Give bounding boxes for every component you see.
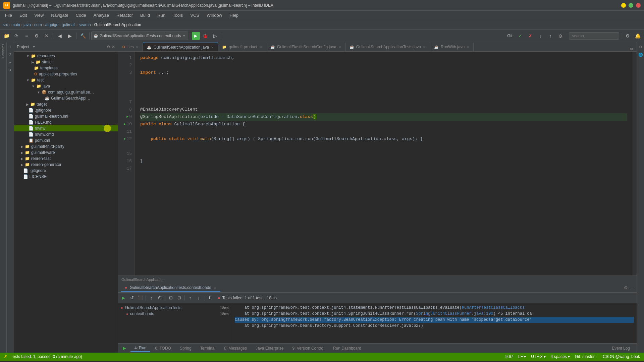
expand-btn[interactable]: ⊞ <box>167 294 174 302</box>
run-tree-context-loads[interactable]: ● contextLoads 18ms <box>118 311 232 317</box>
status-encoding[interactable]: UTF-8 ▾ <box>531 354 545 359</box>
collapse-btn[interactable]: ≡ <box>22 31 31 41</box>
tree-static[interactable]: ▶ 📁 static <box>14 59 118 65</box>
bottom-tab-todo[interactable]: 6: TODO <box>151 345 175 352</box>
bottom-tab-messages[interactable]: 0: Messages <box>220 345 251 352</box>
tree-iml[interactable]: 📄 gulimall-search.iml <box>14 113 118 119</box>
down-btn[interactable]: ↓ <box>195 294 202 302</box>
tab-elastic-config[interactable]: ☕ GulimallElasticSearchConfig.java ✕ <box>266 43 345 51</box>
tree-test-class[interactable]: ☕ GulimallSearchAppl… <box>14 95 118 101</box>
tab-overflow[interactable]: ≫ <box>627 47 637 51</box>
notifications[interactable]: 🔔 <box>633 31 642 41</box>
tree-third-party[interactable]: ▶ 📁 gulimall-third-party <box>14 143 118 149</box>
run-tab-close[interactable]: ✕ <box>214 286 216 290</box>
project-tool-1[interactable]: ⚙ <box>107 45 110 49</box>
tab-main-class[interactable]: ☕ GulimallSearchApplication.java ✕ <box>143 43 218 51</box>
tab-close[interactable]: ✕ <box>136 45 139 49</box>
bottom-tab-java-enterprise[interactable]: Java Enterprise <box>252 345 287 352</box>
menu-file[interactable]: File <box>2 12 15 19</box>
run-again-btn[interactable]: ▶ <box>120 294 127 302</box>
side-icon-1[interactable]: 1 <box>7 44 13 50</box>
tree-resources[interactable]: ▼ 📁 resources <box>14 53 118 59</box>
collapse-btn[interactable]: ⊟ <box>175 294 183 302</box>
breadcrumb-class[interactable]: GulimallSearchApplication <box>94 22 141 27</box>
coverage-btn[interactable]: ▷ <box>211 31 220 41</box>
right-icon-1[interactable]: ⚙ <box>638 44 644 50</box>
menu-tools[interactable]: Tools <box>169 12 186 19</box>
tree-gitignore[interactable]: 📄 .gitignore <box>14 107 118 113</box>
tree-ware[interactable]: ▶ 📁 gulimall-ware <box>14 149 118 156</box>
bottom-tab-version-control[interactable]: 9: Version Control <box>288 345 328 352</box>
menu-analyze[interactable]: Analyze <box>90 12 112 19</box>
forward-btn[interactable]: ▶ <box>65 31 74 41</box>
breadcrumb-gulimall[interactable]: gulimall <box>62 22 75 27</box>
tab-runwith[interactable]: ☕ RunWith.java ✕ <box>430 43 474 51</box>
breadcrumb-atguigu[interactable]: atguigu <box>45 22 58 27</box>
tree-mvnw-cmd[interactable]: 📄 mvnw.cmd <box>14 131 118 137</box>
close-panel-btn[interactable]: ✕ <box>42 31 51 41</box>
rerun-btn[interactable]: ↺ <box>128 294 136 302</box>
bottom-tab-run-dashboard[interactable]: Run Dashboard <box>329 345 365 352</box>
run-icon-sidebar[interactable]: ▶ <box>121 345 128 352</box>
tab-close[interactable]: ✕ <box>259 45 262 49</box>
tab-tests[interactable]: ☕ GulimallSearchApplicationTests.java ✕ <box>345 43 430 51</box>
tree-gitignore-root[interactable]: 📄 .gitignore <box>14 168 118 174</box>
bottom-tab-terminal[interactable]: Terminal <box>196 345 219 352</box>
minimize-button[interactable] <box>621 3 626 8</box>
menu-build[interactable]: Build <box>137 12 153 19</box>
breadcrumb-src[interactable]: src <box>3 22 8 27</box>
menu-help[interactable]: Help <box>226 12 242 19</box>
sort-alpha-btn[interactable]: ↕ <box>148 294 155 302</box>
bookmark-icon[interactable]: ★ <box>7 67 13 73</box>
tree-license[interactable]: 📄 LICENSE <box>14 174 118 180</box>
back-btn[interactable]: ◀ <box>55 31 64 41</box>
menu-refactor[interactable]: Refactor <box>113 12 136 19</box>
menu-navigate[interactable]: Navigate <box>48 12 71 19</box>
project-close[interactable]: ✕ <box>112 45 115 49</box>
run-settings-btn[interactable]: ⚙ <box>624 285 628 290</box>
status-indent[interactable]: 4 spaces ▾ <box>551 354 570 359</box>
tree-renren-generator[interactable]: ▶ 📁 renren-generator <box>14 162 118 168</box>
side-icon-2[interactable]: 2 <box>7 52 13 58</box>
tree-help-md[interactable]: 📄 HELP.md <box>14 119 118 125</box>
settings-btn[interactable]: ⚙ <box>32 31 41 41</box>
tree-test[interactable]: ▼ 📁 test <box>14 77 118 83</box>
run-minimize-btn[interactable]: — <box>630 285 634 290</box>
bottom-tab-event-log[interactable]: Event Log <box>608 345 634 352</box>
settings-gear[interactable]: ⚙ <box>623 31 632 41</box>
run-config-dropdown[interactable]: ☕ GulimallSearchApplicationTests.context… <box>91 32 188 40</box>
sort-dur-btn[interactable]: ⏱ <box>156 294 163 302</box>
git-checkmark[interactable]: ✓ <box>516 31 525 41</box>
git-history[interactable]: ⊙ <box>556 31 565 41</box>
breadcrumb-search[interactable]: search <box>79 22 91 27</box>
tree-renren-fast[interactable]: ▶ 📁 renren-fast <box>14 156 118 162</box>
breadcrumb-com[interactable]: com <box>34 22 42 27</box>
tab-close[interactable]: ✕ <box>467 45 469 49</box>
tab-properties[interactable]: ⚙ ties ✕ <box>118 43 143 51</box>
tree-target[interactable]: ▶ 📁 target <box>14 101 118 107</box>
git-x[interactable]: ✗ <box>526 31 535 41</box>
tab-close[interactable]: ✕ <box>423 45 426 49</box>
tree-application-properties[interactable]: ⚙ application.properties <box>14 71 118 77</box>
bottom-tab-spring[interactable]: Spring <box>176 345 196 352</box>
tab-close[interactable]: ✕ <box>338 45 341 49</box>
run-tab-active[interactable]: ● GulimallSearchApplicationTests.context… <box>121 284 220 292</box>
debug-btn[interactable]: 🐞 <box>201 31 210 41</box>
run-button[interactable]: ▶ <box>192 32 200 40</box>
menu-edit[interactable]: Edit <box>16 12 30 19</box>
export-btn[interactable]: ⬆ <box>206 294 213 302</box>
menu-code[interactable]: Code <box>72 12 90 19</box>
menu-view[interactable]: View <box>31 12 47 19</box>
up-btn[interactable]: ↑ <box>186 294 194 302</box>
menu-vcs[interactable]: VCS <box>187 12 203 19</box>
log-link[interactable]: SpringJUnit4ClassRunner.java:190 <box>416 311 493 316</box>
git-update[interactable]: ↓ <box>536 31 545 41</box>
maximize-button[interactable] <box>629 3 633 8</box>
status-lf[interactable]: LF ▾ <box>518 354 526 359</box>
menu-run[interactable]: Run <box>154 12 169 19</box>
tab-product[interactable]: 📁 gulimall-product ✕ <box>218 43 266 51</box>
breadcrumb-main[interactable]: main <box>11 22 20 27</box>
tree-package[interactable]: ▼ 📦 com.atguigu.gulimall.se… <box>14 89 118 95</box>
tree-mvnw[interactable]: 📄 mvnw <box>14 125 118 131</box>
bottom-tab-run[interactable]: 4: Run <box>130 345 150 352</box>
